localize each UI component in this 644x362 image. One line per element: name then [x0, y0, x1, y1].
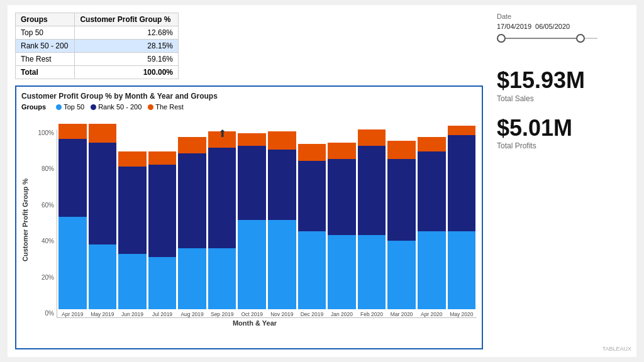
bar-group: Mar 2020	[387, 141, 416, 317]
bar-label: Apr 2019	[62, 311, 84, 317]
bar-label: Sep 2019	[211, 311, 233, 317]
bar-stack	[148, 151, 177, 309]
legend-dot	[148, 104, 153, 110]
bar-label: May 2019	[91, 311, 114, 317]
dashboard: Groups Customer Profit Group % Top 5012.…	[8, 5, 636, 357]
legend-name: Top 50	[64, 103, 84, 111]
slider-dot-right[interactable]	[576, 34, 585, 43]
kpi-value: $5.01M	[497, 116, 585, 141]
bar-seg-top50	[298, 231, 326, 309]
bar-seg-top50	[89, 244, 117, 309]
date-range: 17/04/2019 06/05/2020	[497, 23, 629, 30]
kpi-label: Total Profits	[497, 141, 585, 150]
legend-dot	[56, 104, 62, 110]
bar-seg-rest	[268, 131, 296, 150]
date-label: Date	[497, 13, 629, 20]
col-header-groups: Groups	[16, 13, 75, 26]
legend-name: Rank 50 - 200	[98, 103, 142, 111]
bar-seg-rank	[118, 167, 147, 254]
bar-stack	[328, 143, 356, 309]
slider-line	[506, 38, 576, 39]
bar-label: Jan 2020	[331, 311, 353, 317]
bar-seg-rest	[178, 137, 206, 154]
bar-seg-rest	[58, 124, 87, 139]
bar-seg-top50	[418, 231, 446, 309]
x-axis-title: Month & Year	[33, 319, 477, 327]
bar-seg-rank	[208, 148, 236, 248]
bar-seg-rank	[387, 159, 416, 241]
bar-seg-rank	[148, 165, 177, 258]
left-panel: Groups Customer Profit Group % Top 5012.…	[15, 13, 483, 349]
bar-group: Apr 2020	[418, 137, 446, 317]
bar-seg-rank	[268, 150, 296, 220]
y-tick: 80%	[33, 165, 54, 172]
bar-seg-top50	[358, 235, 386, 309]
bar-stack	[238, 133, 266, 309]
chart-title: Customer Profit Group % by Month & Year …	[21, 92, 477, 101]
bar-stack	[448, 126, 476, 309]
chart-container: Customer Profit Group % by Month & Year …	[15, 85, 483, 349]
bar-label: Apr 2020	[421, 311, 443, 317]
slider-dot-left[interactable]	[497, 34, 506, 43]
bar-seg-rank	[238, 146, 266, 220]
bar-seg-rest	[118, 151, 147, 167]
bar-seg-top50	[238, 220, 266, 309]
legend-item: The Rest	[148, 103, 184, 111]
bar-stack	[298, 144, 326, 309]
bar-stack	[418, 137, 446, 309]
bar-label: Feb 2020	[360, 311, 383, 317]
bar-label: May 2020	[450, 311, 473, 317]
col-header-pct: Customer Profit Group %	[75, 13, 179, 26]
bar-label: Jun 2019	[121, 311, 143, 317]
bar-seg-rank	[358, 146, 386, 235]
bar-stack	[268, 131, 296, 309]
bar-label: Dec 2019	[301, 311, 323, 317]
bar-seg-rank	[448, 135, 476, 231]
y-axis: 0%20%40%60%80%100%	[33, 129, 54, 318]
bar-stack	[58, 124, 87, 309]
date-slider[interactable]	[497, 34, 597, 43]
bar-label: Jul 2019	[152, 311, 172, 317]
bar-group: Oct 2019	[238, 133, 266, 317]
bar-group: Jul 2019	[148, 151, 177, 317]
bar-seg-top50	[328, 235, 356, 309]
bar-stack	[89, 124, 117, 309]
group-name: The Rest	[16, 53, 75, 66]
kpi-label: Total Sales	[497, 94, 585, 103]
bar-group: Apr 2019	[58, 124, 87, 317]
bar-seg-top50	[58, 217, 87, 310]
table-total-row: Total100.00%	[16, 66, 179, 79]
legend-groups-label: Groups	[21, 103, 46, 111]
legend-name: The Rest	[155, 103, 184, 111]
watermark: TABLEAUX	[602, 346, 631, 352]
bar-label: Aug 2019	[180, 311, 203, 317]
table-row: Top 5012.68%	[16, 26, 179, 40]
group-pct: 59.16%	[75, 53, 179, 66]
bar-seg-top50	[118, 254, 147, 310]
bar-group: Jun 2019	[118, 151, 147, 317]
bar-seg-top50	[268, 220, 296, 309]
right-panel: Date 17/04/2019 06/05/2020 $15.93MTotal …	[491, 13, 629, 349]
table-row: Rank 50 - 20028.15%	[16, 40, 179, 53]
bar-seg-rest	[418, 137, 446, 152]
bar-seg-rank	[298, 161, 326, 231]
bar-stack	[118, 151, 147, 309]
group-name: Rank 50 - 200	[16, 40, 75, 53]
bar-group: Feb 2020	[358, 129, 386, 317]
bar-seg-rest	[448, 126, 476, 135]
date-section: Date 17/04/2019 06/05/2020	[497, 13, 629, 43]
legend-item: Top 50	[56, 103, 84, 111]
bar-seg-rest	[358, 129, 386, 146]
bars-area: Apr 2019May 2019Jun 2019Jul 2019Aug 2019…	[57, 129, 477, 318]
summary-table: Groups Customer Profit Group % Top 5012.…	[15, 13, 179, 79]
date-start: 17/04/2019	[497, 23, 531, 30]
bar-seg-top50	[387, 241, 416, 309]
bar-seg-rest	[328, 143, 356, 160]
y-tick: 60%	[33, 202, 54, 209]
bar-seg-rank	[418, 151, 446, 231]
group-pct: 12.68%	[75, 26, 179, 40]
y-tick: 40%	[33, 238, 54, 244]
bar-seg-rank	[328, 159, 356, 235]
bar-stack	[387, 141, 416, 309]
total-value: 100.00%	[75, 66, 179, 79]
